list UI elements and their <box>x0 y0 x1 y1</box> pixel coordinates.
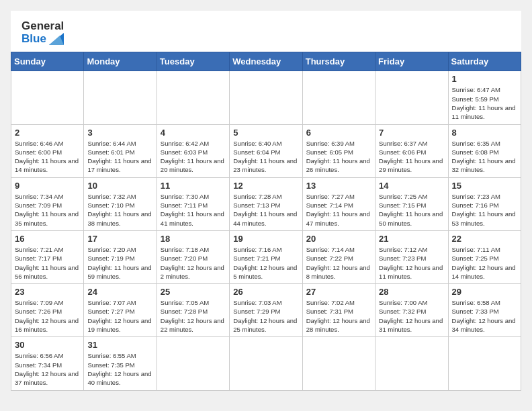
calendar-cell: 28Sunrise: 7:00 AM Sunset: 7:32 PM Dayli… <box>375 284 448 337</box>
day-info: Sunrise: 6:46 AM Sunset: 6:00 PM Dayligh… <box>15 139 80 175</box>
day-number: 27 <box>306 287 371 297</box>
weekday-header-tuesday: Tuesday <box>157 52 229 71</box>
calendar-page: General Blue SundayMondayTuesdayWednesda… <box>11 11 521 391</box>
weekday-header-sunday: Sunday <box>11 52 84 71</box>
day-info: Sunrise: 6:40 AM Sunset: 6:04 PM Dayligh… <box>233 139 298 175</box>
day-number: 13 <box>306 181 371 191</box>
weekday-header-friday: Friday <box>375 52 448 71</box>
day-number: 24 <box>87 287 152 297</box>
weekday-header-monday: Monday <box>84 52 157 71</box>
day-number: 6 <box>306 128 371 138</box>
calendar-cell: 27Sunrise: 7:02 AM Sunset: 7:31 PM Dayli… <box>302 284 375 337</box>
day-info: Sunrise: 6:55 AM Sunset: 7:35 PM Dayligh… <box>87 351 152 387</box>
calendar-cell <box>448 337 521 390</box>
day-number: 29 <box>452 287 517 297</box>
calendar-cell: 24Sunrise: 7:07 AM Sunset: 7:27 PM Dayli… <box>84 284 157 337</box>
calendar-cell: 23Sunrise: 7:09 AM Sunset: 7:26 PM Dayli… <box>11 284 84 337</box>
day-number: 10 <box>87 181 152 191</box>
logo-text: General Blue <box>21 20 64 45</box>
day-info: Sunrise: 6:44 AM Sunset: 6:01 PM Dayligh… <box>87 139 152 175</box>
calendar-cell: 30Sunrise: 6:56 AM Sunset: 7:34 PM Dayli… <box>11 337 84 390</box>
calendar-cell: 18Sunrise: 7:18 AM Sunset: 7:20 PM Dayli… <box>157 230 229 283</box>
day-info: Sunrise: 7:14 AM Sunset: 7:22 PM Dayligh… <box>306 245 371 281</box>
day-number: 11 <box>161 181 226 191</box>
weekday-header-row: SundayMondayTuesdayWednesdayThursdayFrid… <box>11 52 521 71</box>
logo: General Blue <box>21 20 64 45</box>
day-info: Sunrise: 7:18 AM Sunset: 7:20 PM Dayligh… <box>161 245 226 281</box>
day-number: 30 <box>15 340 80 350</box>
day-info: Sunrise: 6:56 AM Sunset: 7:34 PM Dayligh… <box>15 351 80 387</box>
calendar-cell <box>230 337 302 390</box>
day-info: Sunrise: 6:42 AM Sunset: 6:03 PM Dayligh… <box>161 139 226 175</box>
header: General Blue <box>11 11 521 52</box>
day-number: 18 <box>161 234 226 244</box>
calendar-cell: 1Sunrise: 6:47 AM Sunset: 5:59 PM Daylig… <box>448 71 521 124</box>
day-info: Sunrise: 7:07 AM Sunset: 7:27 PM Dayligh… <box>87 298 152 334</box>
calendar-cell: 14Sunrise: 7:25 AM Sunset: 7:15 PM Dayli… <box>375 177 448 230</box>
day-number: 19 <box>233 234 298 244</box>
calendar-cell <box>302 71 375 124</box>
day-info: Sunrise: 7:21 AM Sunset: 7:17 PM Dayligh… <box>15 245 80 281</box>
day-number: 12 <box>233 181 298 191</box>
day-number: 9 <box>15 181 80 191</box>
calendar-cell <box>375 71 448 124</box>
day-info: Sunrise: 7:20 AM Sunset: 7:19 PM Dayligh… <box>87 245 152 281</box>
day-number: 1 <box>452 74 517 84</box>
day-number: 26 <box>233 287 298 297</box>
day-info: Sunrise: 7:28 AM Sunset: 7:13 PM Dayligh… <box>233 192 298 228</box>
calendar-cell: 13Sunrise: 7:27 AM Sunset: 7:14 PM Dayli… <box>302 177 375 230</box>
calendar-cell: 31Sunrise: 6:55 AM Sunset: 7:35 PM Dayli… <box>84 337 157 390</box>
calendar-cell: 10Sunrise: 7:32 AM Sunset: 7:10 PM Dayli… <box>84 177 157 230</box>
week-row-5: 23Sunrise: 7:09 AM Sunset: 7:26 PM Dayli… <box>11 284 521 337</box>
calendar-cell: 11Sunrise: 7:30 AM Sunset: 7:11 PM Dayli… <box>157 177 229 230</box>
day-info: Sunrise: 7:00 AM Sunset: 7:32 PM Dayligh… <box>379 298 444 334</box>
calendar-cell: 8Sunrise: 6:35 AM Sunset: 6:08 PM Daylig… <box>448 124 521 177</box>
day-number: 31 <box>87 340 152 350</box>
calendar-cell <box>11 71 84 124</box>
calendar-cell: 16Sunrise: 7:21 AM Sunset: 7:17 PM Dayli… <box>11 230 84 283</box>
calendar-cell: 21Sunrise: 7:12 AM Sunset: 7:23 PM Dayli… <box>375 230 448 283</box>
day-number: 22 <box>452 234 517 244</box>
day-info: Sunrise: 7:23 AM Sunset: 7:16 PM Dayligh… <box>452 192 517 228</box>
day-info: Sunrise: 7:09 AM Sunset: 7:26 PM Dayligh… <box>15 298 80 334</box>
calendar-cell <box>157 337 229 390</box>
day-info: Sunrise: 7:30 AM Sunset: 7:11 PM Dayligh… <box>161 192 226 228</box>
day-info: Sunrise: 7:27 AM Sunset: 7:14 PM Dayligh… <box>306 192 371 228</box>
calendar-cell: 4Sunrise: 6:42 AM Sunset: 6:03 PM Daylig… <box>157 124 229 177</box>
weekday-header-saturday: Saturday <box>448 52 521 71</box>
weekday-header-thursday: Thursday <box>302 52 375 71</box>
week-row-3: 9Sunrise: 7:34 AM Sunset: 7:09 PM Daylig… <box>11 177 521 230</box>
day-info: Sunrise: 6:47 AM Sunset: 5:59 PM Dayligh… <box>452 85 517 121</box>
day-info: Sunrise: 7:11 AM Sunset: 7:25 PM Dayligh… <box>452 245 517 281</box>
calendar-cell: 9Sunrise: 7:34 AM Sunset: 7:09 PM Daylig… <box>11 177 84 230</box>
logo-triangle-icon <box>49 33 64 45</box>
calendar-cell: 20Sunrise: 7:14 AM Sunset: 7:22 PM Dayli… <box>302 230 375 283</box>
calendar-table: SundayMondayTuesdayWednesdayThursdayFrid… <box>11 52 521 390</box>
calendar-cell: 29Sunrise: 6:58 AM Sunset: 7:33 PM Dayli… <box>448 284 521 337</box>
day-number: 14 <box>379 181 444 191</box>
day-info: Sunrise: 6:39 AM Sunset: 6:05 PM Dayligh… <box>306 139 371 175</box>
day-number: 2 <box>15 128 80 138</box>
calendar-cell: 5Sunrise: 6:40 AM Sunset: 6:04 PM Daylig… <box>230 124 302 177</box>
day-info: Sunrise: 7:16 AM Sunset: 7:21 PM Dayligh… <box>233 245 298 281</box>
calendar-cell <box>157 71 229 124</box>
day-info: Sunrise: 7:03 AM Sunset: 7:29 PM Dayligh… <box>233 298 298 334</box>
day-number: 16 <box>15 234 80 244</box>
day-info: Sunrise: 6:37 AM Sunset: 6:06 PM Dayligh… <box>379 139 444 175</box>
day-info: Sunrise: 7:34 AM Sunset: 7:09 PM Dayligh… <box>15 192 80 228</box>
day-number: 28 <box>379 287 444 297</box>
week-row-4: 16Sunrise: 7:21 AM Sunset: 7:17 PM Dayli… <box>11 230 521 283</box>
calendar-cell <box>302 337 375 390</box>
calendar-cell: 19Sunrise: 7:16 AM Sunset: 7:21 PM Dayli… <box>230 230 302 283</box>
day-number: 17 <box>87 234 152 244</box>
weekday-header-wednesday: Wednesday <box>230 52 302 71</box>
calendar-cell <box>230 71 302 124</box>
calendar-cell: 22Sunrise: 7:11 AM Sunset: 7:25 PM Dayli… <box>448 230 521 283</box>
calendar-cell: 25Sunrise: 7:05 AM Sunset: 7:28 PM Dayli… <box>157 284 229 337</box>
calendar-cell: 6Sunrise: 6:39 AM Sunset: 6:05 PM Daylig… <box>302 124 375 177</box>
day-number: 7 <box>379 128 444 138</box>
day-info: Sunrise: 7:12 AM Sunset: 7:23 PM Dayligh… <box>379 245 444 281</box>
day-number: 5 <box>233 128 298 138</box>
day-info: Sunrise: 6:58 AM Sunset: 7:33 PM Dayligh… <box>452 298 517 334</box>
week-row-6: 30Sunrise: 6:56 AM Sunset: 7:34 PM Dayli… <box>11 337 521 390</box>
